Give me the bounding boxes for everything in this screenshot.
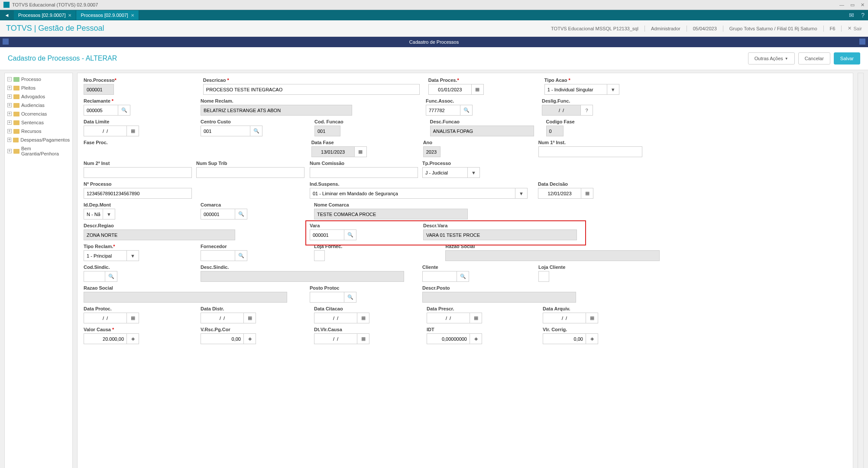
cod-sindic-input[interactable] [84,271,105,282]
vlrcorrig-input[interactable] [543,333,586,344]
currency-icon[interactable]: ◈ [586,333,598,344]
vrsc-input[interactable] [201,333,244,344]
tree-item-ocorrencias[interactable]: +Ocorrencias [5,110,72,118]
vara-input[interactable] [310,229,344,240]
valor-causa-input[interactable] [84,333,127,344]
idt-input[interactable] [427,333,470,344]
tab-nav-back-icon[interactable]: ◄ [2,10,12,20]
comarca-input[interactable] [201,209,235,219]
data-prescr-input[interactable] [427,313,470,323]
help-icon[interactable]: ? [581,105,593,116]
search-icon[interactable]: 🔍 [344,292,356,303]
maximize-icon[interactable]: ▭ [850,2,855,8]
tree-item-pleitos[interactable]: +Pleitos [5,84,72,92]
calendar-icon[interactable]: ▦ [472,84,484,95]
data-protoc-input[interactable] [84,313,127,323]
data-distr-input[interactable] [201,313,244,323]
tree-item-processo[interactable]: −Processo [5,75,72,84]
logout-button[interactable]: ✕ Sair [848,26,862,31]
nro-processo-input[interactable] [84,84,114,95]
vertical-scrollbar[interactable] [858,73,864,468]
data-decisao-input[interactable] [538,188,581,199]
calendar-icon[interactable]: ▦ [127,126,139,136]
tree-item-advogados[interactable]: +Advogados [5,92,72,101]
folder-icon [13,94,19,99]
tree-item-recursos[interactable]: +Recursos [5,127,72,136]
calendar-icon[interactable]: ▦ [355,146,367,157]
tp-processo-select[interactable] [422,167,468,178]
loja-cliente-input[interactable] [538,271,549,282]
calendar-icon[interactable]: ▦ [581,188,593,199]
data-citacao-input[interactable] [314,313,357,323]
loja-fornec-input[interactable] [314,250,325,261]
tree-item-sentencas[interactable]: +Sentencas [5,118,72,127]
folder-icon [13,112,19,116]
posto-protoc-input[interactable] [310,292,344,303]
num-2a-input[interactable] [84,167,192,178]
search-icon[interactable]: 🔍 [457,271,469,282]
tipo-acao-select[interactable] [544,84,607,95]
ind-suspens-select[interactable] [310,188,515,199]
currency-icon[interactable]: ◈ [470,333,482,344]
cliente-input[interactable] [422,271,457,282]
chevron-down-icon[interactable]: ▼ [607,84,619,95]
search-icon[interactable]: 🔍 [460,105,473,116]
descr-posto-input [422,292,576,303]
calendar-icon[interactable]: ▦ [244,313,256,323]
num-1a-input[interactable] [538,146,642,157]
reclamante-input[interactable] [84,105,118,116]
tree-item-despesas[interactable]: +Despesas/Pagamentos [5,136,72,144]
currency-icon[interactable]: ◈ [127,333,139,344]
tree-item-audiencias[interactable]: +Audiencias [5,101,72,110]
action-bar: Cadastro de Processos - ALTERAR Outras A… [0,47,868,70]
mail-icon[interactable]: ✉ [845,12,858,19]
chevron-down-icon[interactable]: ▼ [127,250,139,261]
outras-acoes-button[interactable]: Outras Ações ▼ [748,52,795,65]
tab-processos-2[interactable]: Processos [02.9.0007] ✕ [76,10,139,20]
search-icon[interactable]: 🔍 [235,209,247,219]
codigo-fase-input [546,126,564,136]
func-assoc-input[interactable] [426,105,460,116]
dtvlr-input[interactable] [314,333,357,344]
id-dep-mont-select[interactable] [84,209,103,219]
cancelar-button[interactable]: Cancelar [798,52,830,65]
num-sup-input[interactable] [196,167,304,178]
chevron-down-icon[interactable]: ▼ [468,167,480,178]
chevron-down-icon[interactable]: ▼ [515,188,528,199]
data-proces-input[interactable] [428,84,472,95]
help-icon[interactable]: ? [858,12,868,19]
search-icon[interactable]: 🔍 [235,250,247,261]
modal-close-icon[interactable] [859,39,865,45]
tab-close-icon[interactable]: ✕ [68,13,71,18]
currency-icon[interactable]: ◈ [244,333,256,344]
calendar-icon[interactable]: ▦ [470,313,482,323]
centro-custo-input[interactable] [201,126,250,136]
data-arquiv-input[interactable] [543,313,586,323]
calendar-icon[interactable]: ▦ [357,333,369,344]
search-icon[interactable]: 🔍 [118,105,130,116]
status-user: Administrador [651,26,680,31]
chevron-down-icon[interactable]: ▼ [103,209,115,219]
minimize-icon[interactable]: — [839,2,844,8]
search-icon[interactable]: 🔍 [344,229,356,240]
n-processo-input[interactable] [84,188,192,199]
search-icon[interactable]: 🔍 [250,126,262,136]
calendar-icon[interactable]: ▦ [586,313,598,323]
tipo-reclam-select[interactable] [84,250,127,261]
app-title: TOTVS | Gestão de Pessoal [6,24,104,33]
num-comissao-input[interactable] [310,167,418,178]
descricao-input[interactable] [203,84,420,95]
calendar-icon[interactable]: ▦ [127,313,139,323]
tree-item-bem-garantia[interactable]: +Bem Garantia/Penhora [5,144,72,158]
calendar-icon[interactable]: ▦ [357,313,369,323]
search-icon[interactable]: 🔍 [105,271,117,282]
fornecedor-input[interactable] [201,250,235,261]
tab-close-icon[interactable]: ✕ [131,13,134,18]
close-icon[interactable]: ✕ [861,2,865,8]
data-limite-input[interactable] [84,126,127,136]
tab-processos-1[interactable]: Processos [02.9.0007] ✕ [14,10,76,20]
chevron-down-icon: ▼ [785,57,788,61]
salvar-button[interactable]: Salvar [834,52,860,65]
status-db: TOTVS Educacional MSSQL P12133_sql [551,26,638,31]
modal-title: Cadastro de Processos [409,39,459,45]
